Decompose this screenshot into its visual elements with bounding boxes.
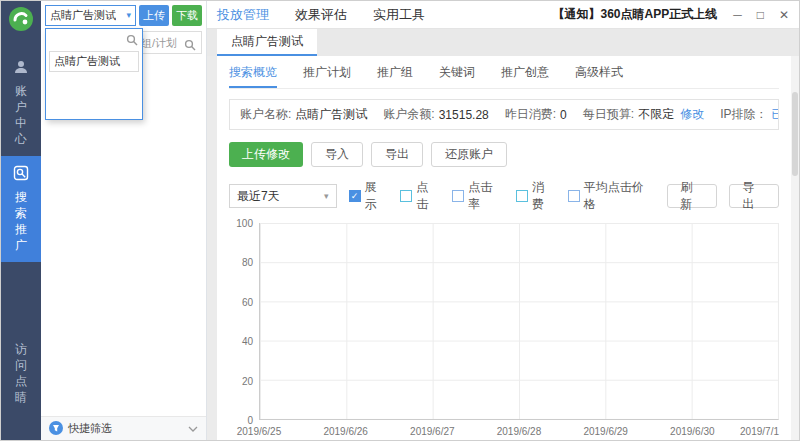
chart-y-axis: 100 80 60 40 20 0 xyxy=(229,223,259,420)
top-menubar: 投放管理 效果评估 实用工具 【通知】360点睛APP正式上线 ─ □ ✕ xyxy=(207,1,799,29)
upload-modify-button[interactable]: 上传修改 xyxy=(229,142,303,167)
y-tick: 60 xyxy=(242,296,253,307)
chart-export-button[interactable]: 导出 xyxy=(729,184,779,208)
metric-clicks[interactable]: 点击 xyxy=(400,179,440,213)
sidebar-item-search-promotion[interactable]: 搜索推广 xyxy=(1,156,41,262)
window-controls: ─ □ ✕ xyxy=(733,8,789,22)
y-tick: 100 xyxy=(236,218,253,229)
tab-utility-tools[interactable]: 实用工具 xyxy=(373,6,425,24)
quick-filter-bar[interactable]: 快捷筛选 xyxy=(41,416,206,440)
checkbox-ctr[interactable] xyxy=(452,190,464,202)
chart-x-axis: 2019/6/25 2019/6/26 2019/6/27 2019/6/28 … xyxy=(259,420,779,440)
checkbox-spend[interactable] xyxy=(516,190,528,202)
import-button[interactable]: 导入 xyxy=(311,142,363,167)
account-tab[interactable]: 点睛广告测试 xyxy=(217,29,317,56)
subtab-promotion-group[interactable]: 推广组 xyxy=(377,56,413,88)
metric-avg-cpc[interactable]: 平均点击价格 xyxy=(568,179,656,213)
chart-controls: 最近7天 ▾ ✓ 展示 点击 点击率 xyxy=(229,179,779,213)
y-tick: 40 xyxy=(242,336,253,347)
download-button[interactable]: 下载 xyxy=(172,5,202,26)
notice-text[interactable]: 【通知】360点睛APP正式上线 xyxy=(552,6,717,23)
search-icon xyxy=(184,37,196,55)
maximize-icon[interactable]: □ xyxy=(757,8,764,22)
metric-ctr[interactable]: 点击率 xyxy=(452,179,504,213)
y-tick: 0 xyxy=(247,415,253,426)
daily-budget-value: 不限定 xyxy=(638,106,674,123)
subtab-promotion-plan[interactable]: 推广计划 xyxy=(303,56,351,88)
sidebar: 账户中心 搜索推广 访问点睛 xyxy=(1,1,41,440)
left-panel: 点睛广告测试 ▾ 上传 下载 快捷筛选 xyxy=(41,1,207,440)
y-tick: 80 xyxy=(242,257,253,268)
x-tick: 2019/6/30 xyxy=(670,426,715,437)
modify-budget-link[interactable]: 修改 xyxy=(680,106,704,123)
minimize-icon[interactable]: ─ xyxy=(733,8,742,22)
account-tabstrip: 点睛广告测试 xyxy=(207,29,799,56)
account-option[interactable]: 点睛广告测试 xyxy=(49,51,139,72)
checkbox-avg-cpc[interactable] xyxy=(568,190,580,202)
ip-exclude-label: IP排除： xyxy=(720,106,767,123)
sidebar-item-label: 账户中心 xyxy=(14,83,28,147)
subtab-promotion-creative[interactable]: 推广创意 xyxy=(501,56,549,88)
app-logo-icon[interactable] xyxy=(8,6,34,36)
chart-plot-area xyxy=(259,223,779,420)
user-icon xyxy=(13,59,29,79)
account-info-bar: 账户名称: 点睛广告测试 账户余额: 31515.28 昨日消费: 0 每日预算… xyxy=(229,99,779,130)
metric-label: 平均点击价格 xyxy=(584,179,656,213)
account-name-value: 点睛广告测试 xyxy=(295,106,367,123)
subtab-advanced-style[interactable]: 高级样式 xyxy=(575,56,623,88)
balance-label: 账户余额: xyxy=(383,106,434,123)
subtab-keywords[interactable]: 关键词 xyxy=(439,56,475,88)
search-promotion-icon xyxy=(13,165,29,185)
close-icon[interactable]: ✕ xyxy=(779,8,789,22)
account-select-value: 点睛广告测试 xyxy=(50,8,116,23)
topbar-right: 【通知】360点睛APP正式上线 ─ □ ✕ xyxy=(552,6,789,23)
chevron-down-icon xyxy=(188,426,198,432)
chevron-down-icon: ▾ xyxy=(324,192,329,201)
sidebar-item-visit-dianjing[interactable]: 访问点睛 xyxy=(1,332,41,414)
check-icon: ✓ xyxy=(351,192,359,201)
account-select[interactable]: 点睛广告测试 ▾ xyxy=(45,5,136,26)
sidebar-item-account-center[interactable]: 账户中心 xyxy=(1,50,41,156)
subtab-search-overview[interactable]: 搜索概览 xyxy=(229,56,277,88)
action-buttons: 上传修改 导入 导出 还原账户 xyxy=(229,142,779,167)
sidebar-item-label: 搜索推广 xyxy=(14,189,28,253)
metric-spend[interactable]: 消费 xyxy=(516,179,556,213)
metric-label: 消费 xyxy=(532,179,556,213)
tab-effect-evaluation[interactable]: 效果评估 xyxy=(295,6,347,24)
sidebar-item-label: 访问点睛 xyxy=(14,341,28,405)
x-tick: 2019/6/25 xyxy=(237,426,282,437)
upload-button[interactable]: 上传 xyxy=(139,5,169,26)
account-name-label: 账户名称: xyxy=(240,106,291,123)
trend-chart: 100 80 60 40 20 0 2019/6/25 2019/6/26 20… xyxy=(229,223,779,440)
export-button[interactable]: 导出 xyxy=(371,142,423,167)
metric-impressions[interactable]: ✓ 展示 xyxy=(349,179,389,213)
x-tick: 2019/6/28 xyxy=(497,426,542,437)
daily-budget-label: 每日预算: xyxy=(583,106,634,123)
quick-filter-icon xyxy=(49,421,63,437)
main-area: 投放管理 效果评估 实用工具 【通知】360点睛APP正式上线 ─ □ ✕ 点睛… xyxy=(207,1,799,440)
x-tick: 2019/6/27 xyxy=(410,426,455,437)
x-tick: 2019/7/1 xyxy=(740,426,779,437)
checkbox-impressions[interactable]: ✓ xyxy=(349,190,361,202)
y-tick: 20 xyxy=(242,375,253,386)
metric-label: 点击率 xyxy=(468,179,504,213)
date-range-select[interactable]: 最近7天 ▾ xyxy=(229,184,337,208)
account-dropdown-panel: 点睛广告测试 xyxy=(45,28,143,120)
x-tick: 2019/6/26 xyxy=(323,426,368,437)
scrollbar-thumb[interactable] xyxy=(792,92,798,176)
refresh-button[interactable]: 刷新 xyxy=(667,184,717,208)
vertical-scrollbar[interactable] xyxy=(791,56,799,440)
restore-account-button[interactable]: 还原账户 xyxy=(431,142,507,167)
tab-delivery-management[interactable]: 投放管理 xyxy=(217,6,269,24)
ip-exclude-value[interactable]: 已设置(3) xyxy=(771,106,779,123)
chevron-down-icon: ▾ xyxy=(126,11,131,20)
x-tick: 2019/6/29 xyxy=(583,426,628,437)
yesterday-spend-value: 0 xyxy=(560,108,567,122)
metric-label: 展示 xyxy=(365,179,389,213)
content-row: 搜索概览 推广计划 推广组 关键词 推广创意 高级样式 账户名称: 点睛广告测试… xyxy=(207,56,799,440)
balance-value: 31515.28 xyxy=(439,108,489,122)
checkbox-clicks[interactable] xyxy=(400,190,412,202)
search-icon xyxy=(126,32,138,50)
content-card: 搜索概览 推广计划 推广组 关键词 推广创意 高级样式 账户名称: 点睛广告测试… xyxy=(217,56,791,440)
date-range-value: 最近7天 xyxy=(237,188,280,205)
